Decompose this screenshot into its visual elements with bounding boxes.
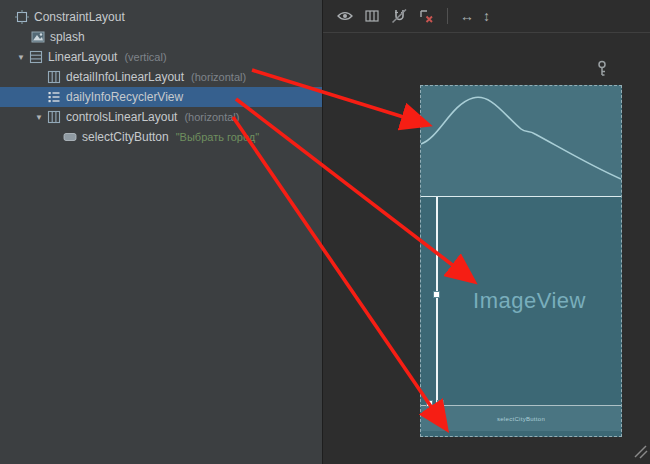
imageview-widget[interactable]: ImageView [438, 197, 621, 405]
layout-editor-window: ConstraintLayout splash ▼ LinearLayout (… [0, 0, 650, 464]
tree-item-label: selectCityButton [82, 130, 169, 144]
design-toolbar: ↔ ↕ [323, 0, 650, 33]
tree-item-attribute: (horizontal) [191, 71, 246, 83]
device-preview[interactable]: ImageView selectCityButton [420, 85, 622, 437]
recyclerview-list-icon [46, 90, 62, 104]
detail-info-chart-region[interactable] [421, 86, 621, 196]
tree-item-label: LinearLayout [48, 50, 117, 64]
select-city-button-preview[interactable]: selectCityButton [497, 416, 545, 422]
tree-item-attribute: (horizontal) [184, 111, 239, 123]
tree-item-detailinfolinearlayout[interactable]: detailInfoLinearLayout (horizontal) [0, 67, 322, 87]
tree-item-label: ConstraintLayout [34, 10, 125, 24]
tree-item-splash[interactable]: splash [0, 27, 322, 47]
selection-handle-mid-left[interactable] [433, 291, 440, 298]
tree-item-attribute: (vertical) [124, 51, 166, 63]
selection-handle-bottom-left-b[interactable] [437, 400, 444, 407]
pan-vertical-icon[interactable]: ↕ [483, 8, 490, 24]
tree-item-text-value: "Выбрать город" [176, 131, 259, 143]
image-icon [30, 30, 46, 44]
tree-item-linearlayout[interactable]: ▼ LinearLayout (vertical) [0, 47, 322, 67]
tree-item-label: controlsLinearLayout [66, 110, 177, 124]
visibility-eye-icon[interactable] [336, 8, 354, 24]
show-constraints-icon[interactable] [363, 8, 381, 24]
autoconnect-off-magnet-icon[interactable] [390, 8, 408, 24]
panel-resize-grip[interactable] [629, 440, 649, 460]
selection-handle-bottom-left-a[interactable] [426, 400, 433, 407]
chevron-down-icon[interactable]: ▼ [32, 113, 46, 122]
clear-constraints-icon[interactable] [417, 8, 435, 24]
tree-item-label: dailyInfoRecyclerView [66, 90, 183, 104]
linearlayout-horizontal-icon [46, 110, 62, 124]
pan-horizontal-icon[interactable]: ↔ [460, 8, 474, 24]
constraint-layout-icon [14, 10, 30, 24]
component-tree-panel: ConstraintLayout splash ▼ LinearLayout (… [0, 0, 322, 464]
tree-item-label: detailInfoLinearLayout [66, 70, 184, 84]
chevron-down-icon[interactable]: ▼ [14, 53, 28, 62]
controls-bar-region[interactable]: selectCityButton [421, 405, 621, 431]
tree-item-dailyinforecyclerview[interactable]: dailyInfoRecyclerView [0, 87, 322, 107]
tree-item-selectcitybutton[interactable]: selectCityButton "Выбрать город" [0, 127, 322, 147]
imageview-label: ImageView [473, 288, 586, 314]
design-surface-panel: ↔ ↕ ImageView selectCityButton [322, 0, 650, 464]
toolbar-separator [447, 8, 448, 24]
tree-item-controlslinearlayout[interactable]: ▼ controlsLinearLayout (horizontal) [0, 107, 322, 127]
tree-item-constraintlayout[interactable]: ConstraintLayout [0, 7, 322, 27]
linearlayout-horizontal-icon [46, 70, 62, 84]
tree-item-label: splash [50, 30, 85, 44]
button-icon [62, 130, 78, 144]
linearlayout-vertical-icon [28, 50, 44, 64]
wrench-key-icon[interactable] [595, 60, 609, 78]
